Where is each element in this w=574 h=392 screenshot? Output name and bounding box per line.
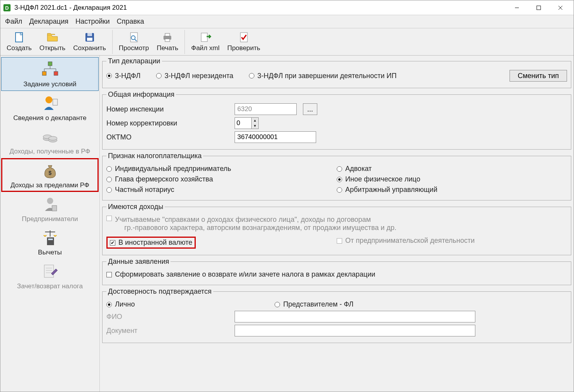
check-biz-income[interactable]: От предпринимательской деятельности: [337, 237, 475, 245]
radio-ip[interactable]: Индивидуальный предприниматель: [106, 165, 231, 173]
svg-rect-9: [87, 33, 92, 36]
menu-declaration[interactable]: Декларация: [29, 17, 68, 26]
svg-rect-20: [42, 71, 46, 75]
radio-dot-icon: [106, 187, 112, 193]
print-icon: [161, 31, 174, 44]
radio-dot-icon: [337, 166, 342, 172]
checkbox-icon: [337, 238, 342, 244]
label-fio: ФИО: [106, 313, 235, 321]
sidebar-conditions[interactable]: Задание условий: [1, 57, 99, 91]
group-authenticity: Достоверность подтверждается Лично Предс…: [102, 287, 571, 343]
content-area: Задание условий Сведения о декларанте До…: [0, 56, 574, 392]
legend-decl-type: Тип декларации: [106, 57, 162, 65]
tool-preview[interactable]: Просмотр: [115, 30, 153, 54]
app-icon: D: [3, 3, 11, 12]
app-window: D 3-НДФЛ 2021.dc1 - Декларация 2021 Файл…: [0, 0, 574, 392]
main-panel: Тип декларации 3-НДФЛ 3-НДФЛ нерезидента…: [100, 56, 574, 392]
menu-settings[interactable]: Настройки: [75, 17, 110, 26]
sidebar-offset-refund[interactable]: Зачет/возврат налога: [1, 259, 99, 293]
group-income-types: Имеются доходы Учитываемые "справками о …: [102, 203, 571, 255]
check-spravki[interactable]: Учитываемые "справками о доходах физичес…: [106, 216, 397, 232]
close-button[interactable]: [550, 1, 571, 15]
radio-representative[interactable]: Представителем - ФЛ: [275, 300, 353, 308]
svg-rect-16: [165, 39, 170, 42]
spinner-correction[interactable]: ▲▼: [235, 117, 259, 129]
titlebar: D 3-НДФЛ 2021.dc1 - Декларация 2021: [0, 0, 574, 15]
sidebar-deductions[interactable]: Вычеты: [1, 225, 99, 259]
menu-file[interactable]: Файл: [5, 17, 22, 26]
radio-arbitr[interactable]: Арбитражный управляющий: [337, 186, 437, 194]
radio-self[interactable]: Лично: [106, 300, 135, 308]
checkbox-icon: [110, 240, 115, 246]
legend-income: Имеются доходы: [106, 203, 165, 211]
group-application-data: Данные заявления Сформировать заявление …: [102, 258, 571, 285]
conditions-icon: [40, 60, 60, 79]
radio-nonresident[interactable]: 3-НДФЛ нерезидента: [156, 72, 233, 80]
label-oktmo: ОКТМО: [106, 133, 235, 141]
svg-point-33: [47, 198, 53, 204]
label-inspection: Номер инспекции: [106, 105, 235, 113]
legend-general: Общая информация: [106, 91, 176, 99]
radio-dot-icon: [106, 302, 112, 307]
document-pen-icon: [40, 262, 60, 281]
svg-text:D: D: [5, 5, 9, 10]
radio-3ndfl[interactable]: 3-НДФЛ: [106, 72, 141, 80]
svg-text:$: $: [49, 170, 52, 176]
radio-dot-icon: [249, 73, 254, 78]
sidebar-income-rf[interactable]: Доходы, полученные в РФ: [1, 124, 99, 158]
svg-rect-27: [53, 99, 57, 105]
legend-taxpayer: Признак налогоплательщика: [106, 152, 203, 160]
tool-check[interactable]: Проверить: [223, 30, 264, 54]
tool-xml[interactable]: Файл xml: [187, 30, 223, 54]
radio-other[interactable]: Иное физическое лицо: [337, 175, 420, 183]
folder-open-icon: [46, 31, 59, 44]
maximize-button[interactable]: [528, 1, 550, 15]
svg-rect-38: [48, 239, 53, 240]
toolbar-separator: [184, 30, 185, 54]
radio-dot-icon: [106, 177, 112, 182]
radio-dot-icon: [275, 302, 280, 307]
sidebar-income-foreign[interactable]: $ Доходы за пределами РФ: [1, 158, 99, 192]
radio-dot-icon: [106, 166, 112, 172]
radio-notary[interactable]: Частный нотариус: [106, 186, 174, 194]
radio-farmer[interactable]: Глава фермерского хозяйства: [106, 175, 213, 183]
scale-calc-icon: [40, 228, 60, 247]
menubar: Файл Декларация Настройки Справка: [0, 15, 574, 28]
tool-print[interactable]: Печать: [153, 30, 183, 54]
person-icon: [40, 94, 60, 113]
input-oktmo[interactable]: [235, 131, 316, 143]
check-foreign-currency[interactable]: В иностранной валюте: [110, 239, 192, 247]
change-type-button[interactable]: Сменить тип: [510, 70, 567, 82]
preview-icon: [128, 31, 140, 44]
entrepreneur-icon: [40, 195, 60, 214]
toolbar: Создать Открыть Сохранить Просмотр Печат…: [0, 28, 574, 56]
tool-create[interactable]: Создать: [3, 30, 36, 54]
sidebar-entrepreneurs[interactable]: Предприниматели: [1, 192, 99, 226]
tool-save[interactable]: Сохранить: [69, 30, 110, 54]
tool-open[interactable]: Открыть: [36, 30, 70, 54]
svg-rect-17: [201, 33, 207, 42]
new-file-icon: [13, 31, 25, 44]
minimize-button[interactable]: [506, 1, 528, 15]
menu-help[interactable]: Справка: [117, 17, 144, 26]
svg-rect-19: [48, 62, 52, 66]
input-correction[interactable]: [235, 118, 251, 129]
money-bag-icon: $: [40, 161, 60, 180]
input-fio[interactable]: [235, 311, 475, 322]
check-icon: [238, 31, 250, 44]
svg-rect-3: [537, 6, 541, 10]
spin-down-icon[interactable]: ▼: [252, 123, 258, 129]
label-document: Документ: [106, 327, 235, 335]
spin-up-icon[interactable]: ▲: [252, 118, 258, 123]
browse-inspection-button[interactable]: ...: [303, 103, 317, 115]
svg-point-26: [45, 96, 52, 103]
input-document[interactable]: [235, 325, 475, 336]
svg-point-31: [49, 136, 57, 140]
input-inspection[interactable]: [235, 103, 297, 115]
sidebar-declarant[interactable]: Сведения о декларанте: [1, 91, 99, 125]
sidebar: Задание условий Сведения о декларанте До…: [0, 56, 100, 392]
radio-ip-close[interactable]: 3-НДФЛ при завершении деятельности ИП: [249, 72, 397, 80]
radio-lawyer[interactable]: Адвокат: [337, 165, 372, 173]
svg-rect-21: [54, 71, 58, 75]
check-form-application[interactable]: Сформировать заявление о возврате и/или …: [106, 270, 375, 279]
